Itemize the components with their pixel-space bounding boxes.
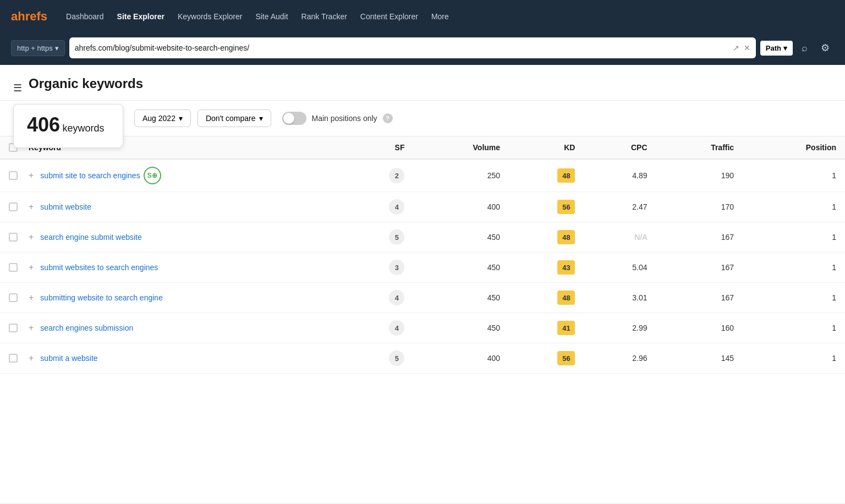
row-keyword-cell: +submitting website to search engine [20,283,343,313]
table-row: +submit a website5400562.961451 [0,343,845,374]
keyword-link[interactable]: submit websites to search engines [40,263,158,272]
nav-link-site-explorer[interactable]: Site Explorer [112,9,170,24]
add-keyword-button[interactable]: + [29,323,37,333]
keyword-link[interactable]: search engines submission [40,324,133,332]
keyword-link[interactable]: submit site to search engines [40,171,140,180]
path-button[interactable]: Path ▾ [760,41,793,56]
row-cpc-cell: 3.01 [584,283,656,313]
row-volume-cell: 450 [413,283,509,313]
protocol-selector[interactable]: http + https ▾ [11,40,65,56]
row-traffic-cell: 167 [656,283,743,313]
row-kd-cell: 56 [509,192,584,222]
kd-badge: 56 [557,351,575,365]
row-kd-cell: 48 [509,159,584,192]
compare-selector[interactable]: Don't compare ▾ [197,109,271,127]
row-keyword-cell: +submit website [20,192,343,222]
chevron-down-icon: ▾ [179,114,183,123]
keyword-link[interactable]: search engine submit website [40,233,141,242]
add-keyword-button[interactable]: + [29,262,37,272]
keyword-cell-wrap: +submit a website [29,353,334,363]
chevron-down-icon: ▾ [55,44,59,52]
row-checkbox[interactable] [9,293,18,302]
row-cpc-cell: 5.04 [584,253,656,283]
row-traffic-cell: 145 [656,343,743,374]
nav-link-dashboard[interactable]: Dashboard [61,9,109,24]
col-header-cpc: CPC [584,136,656,160]
row-sf-cell: 5 [343,343,414,374]
add-keyword-button[interactable]: + [29,353,37,363]
nav-link-rank-tracker[interactable]: Rank Tracker [296,9,353,24]
row-traffic-cell: 190 [656,159,743,192]
kd-badge: 56 [557,200,575,214]
keyword-cell-wrap: +search engine submit website [29,232,334,242]
row-cpc-cell: 2.99 [584,313,656,343]
search-button[interactable]: ⌕ [797,40,812,56]
row-position-cell: 1 [743,192,845,222]
table-body: +submit site to search enginesS⊕2250484.… [0,159,845,374]
row-sf-cell: 5 [343,222,414,253]
keyword-link[interactable]: submit a website [40,354,97,363]
kd-badge: 41 [557,321,575,335]
row-checkbox[interactable] [9,171,18,180]
row-volume-cell: 250 [413,159,509,192]
row-volume-cell: 450 [413,313,509,343]
row-checkbox[interactable] [9,233,18,242]
keyword-link[interactable]: submitting website to search engine [40,293,163,302]
nav-link-site-audit[interactable]: Site Audit [250,9,293,24]
main-positions-toggle[interactable] [282,112,306,125]
toggle-knob [283,113,294,124]
keyword-count-number: 406 [27,113,60,136]
row-position-cell: 1 [743,283,845,313]
kd-badge: 48 [557,168,575,183]
settings-button[interactable]: ⚙ [816,40,834,56]
page-title: Organic keywords [29,76,143,100]
close-icon[interactable]: ✕ [744,43,750,52]
chevron-down-icon: ▾ [259,114,263,123]
row-checkbox-cell [0,343,20,374]
row-kd-cell: 41 [509,313,584,343]
row-checkbox-cell [0,192,20,222]
row-checkbox[interactable] [9,202,18,211]
table-row: +submitting website to search engine4450… [0,283,845,313]
row-volume-cell: 400 [413,192,509,222]
help-icon[interactable]: ? [383,113,393,123]
row-position-cell: 1 [743,343,845,374]
row-checkbox[interactable] [9,263,18,272]
row-keyword-cell: +search engines submission [20,313,343,343]
date-selector[interactable]: Aug 2022 ▾ [134,109,191,127]
table-row: +search engines submission4450412.991601 [0,313,845,343]
row-checkbox[interactable] [9,354,18,363]
menu-icon[interactable]: ☰ [13,82,22,94]
row-checkbox-cell [0,222,20,253]
nav-link-content-explorer[interactable]: Content Explorer [355,9,424,24]
row-checkbox-cell [0,283,20,313]
main-positions-label: Main positions only [312,114,377,123]
keyword-cell-wrap: +submitting website to search engine [29,293,334,303]
logo-accent: a [11,9,18,23]
add-keyword-button[interactable]: + [29,232,37,242]
nav-link-more[interactable]: More [426,9,454,24]
protocol-label: http + https [17,44,53,52]
path-label: Path [766,44,781,52]
serp-icon-inner: S⊕ [147,172,157,179]
kd-badge: 48 [557,230,575,244]
row-sf-cell: 4 [343,192,414,222]
row-checkbox-cell [0,253,20,283]
external-link-icon[interactable]: ↗ [733,43,739,52]
add-keyword-button[interactable]: + [29,293,37,303]
row-checkbox[interactable] [9,324,18,332]
nav-links: DashboardSite ExplorerKeywords ExplorerS… [61,9,454,24]
nav-link-keywords-explorer[interactable]: Keywords Explorer [172,9,248,24]
row-kd-cell: 48 [509,222,584,253]
serp-icon[interactable]: S⊕ [144,167,161,184]
url-input-wrap: ahrefs.com/blog/submit-website-to-search… [69,37,756,58]
add-keyword-button[interactable]: + [29,171,37,180]
keyword-link[interactable]: submit website [40,202,91,211]
add-keyword-button[interactable]: + [29,202,37,212]
toolbar: 406 keywords Aug 2022 ▾ Don't compare ▾ … [0,101,845,136]
logo[interactable]: ahrefs [11,9,47,24]
table-header: Keyword SF Volume KD CPC Traffic Positio… [0,136,845,160]
kd-badge: 48 [557,291,575,305]
kd-badge: 43 [557,260,575,275]
row-traffic-cell: 167 [656,222,743,253]
